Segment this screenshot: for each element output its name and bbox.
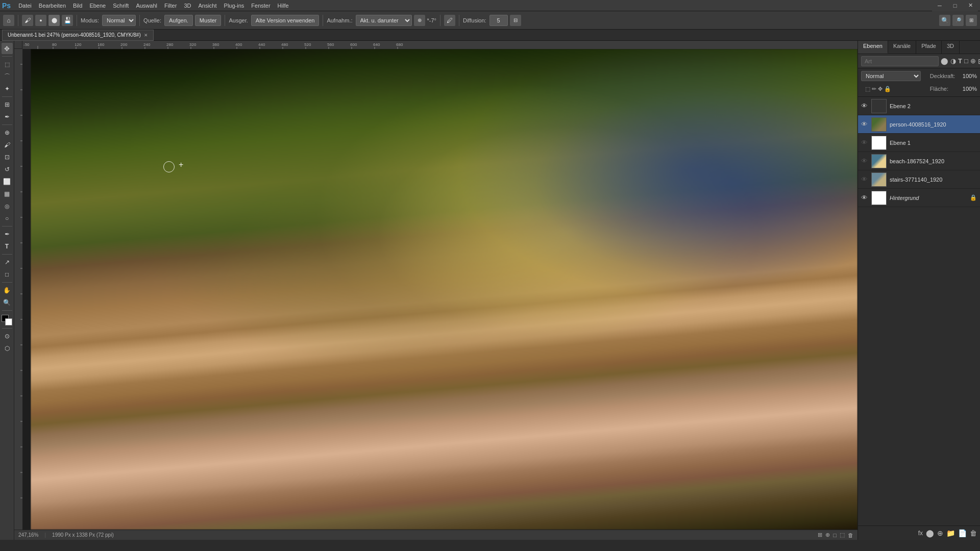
- layer-item[interactable]: 👁 stairs-3771140_1920: [858, 170, 980, 189]
- layer-lock-icon: 🔒: [970, 194, 977, 201]
- menu-auswahl[interactable]: Auswahl: [132, 2, 161, 10]
- blur-tool[interactable]: ◎: [2, 201, 13, 212]
- crop-tool[interactable]: ⊞: [2, 99, 13, 110]
- opacity-label: Deckkraft:: [930, 73, 961, 79]
- hand-tool[interactable]: ✋: [2, 285, 13, 296]
- tab-3d[interactable]: 3D: [942, 41, 960, 54]
- gradient-tool[interactable]: ▦: [2, 188, 13, 199]
- delete-layer-icon[interactable]: 🗑: [970, 529, 977, 537]
- zoom-icon[interactable]: 🔎: [952, 15, 964, 26]
- filter-shape-icon[interactable]: □: [964, 57, 968, 65]
- brush-tool[interactable]: 🖌: [2, 139, 13, 151]
- home-icon[interactable]: ⌂: [3, 15, 14, 26]
- color-boxes[interactable]: [2, 315, 13, 326]
- menu-fenster[interactable]: Fenster: [248, 2, 274, 10]
- layer-visibility-toggle[interactable]: 👁: [861, 157, 868, 165]
- layer-item[interactable]: 👁 Hintergrund 🔒: [858, 189, 980, 207]
- canvas-image[interactable]: +: [31, 49, 857, 530]
- menu-hilfe[interactable]: Hilfe: [274, 2, 292, 10]
- menu-datei[interactable]: Datei: [15, 2, 35, 10]
- menu-bearbeiten[interactable]: Bearbeiten: [35, 2, 69, 10]
- tab-pfade[interactable]: Pfade: [916, 41, 942, 54]
- menu-filter[interactable]: Filter: [161, 2, 180, 10]
- status-icon-2[interactable]: ⊕: [825, 532, 830, 538]
- maximize-button[interactable]: □: [947, 0, 963, 11]
- save-icon[interactable]: 💾: [62, 15, 73, 26]
- lock-all-icon[interactable]: 🔒: [884, 86, 891, 92]
- add-layer-style-icon[interactable]: fx: [918, 530, 923, 537]
- layer-visibility-toggle[interactable]: 👁: [861, 194, 868, 202]
- add-adjustment-icon[interactable]: ⊕: [937, 529, 943, 537]
- layer-search-input[interactable]: [861, 56, 939, 66]
- stamp-tool[interactable]: ⊡: [2, 152, 13, 163]
- menu-3d[interactable]: 3D: [180, 2, 194, 10]
- search-icon[interactable]: 🔍: [939, 15, 950, 26]
- sample-icon[interactable]: ⊕: [414, 15, 425, 26]
- spot-heal-tool[interactable]: ⊕: [2, 127, 13, 138]
- eyedropper-tool[interactable]: ✒: [2, 111, 13, 122]
- status-icon-5[interactable]: 🗑: [848, 532, 853, 538]
- status-icon-4[interactable]: ⬚: [840, 532, 845, 538]
- paint-icon[interactable]: 🖊: [444, 15, 455, 26]
- close-button[interactable]: ✕: [963, 0, 978, 11]
- zoom-tool[interactable]: 🔍: [2, 297, 13, 308]
- aufnahme-dropdown[interactable]: Akt. u. darunter: [356, 15, 412, 26]
- move-tool[interactable]: ✥: [2, 43, 13, 54]
- filter-smart-icon[interactable]: ⊕: [970, 57, 976, 65]
- history-brush-tool[interactable]: ↺: [2, 164, 13, 175]
- select-lasso-tool[interactable]: ⌒: [2, 71, 13, 82]
- menu-bild[interactable]: Bild: [69, 2, 86, 10]
- shape-tool[interactable]: □: [2, 269, 13, 280]
- status-icon-3[interactable]: □: [833, 532, 837, 538]
- diffusion-extra-icon[interactable]: ⊟: [510, 15, 521, 26]
- dodge-tool[interactable]: ○: [2, 213, 13, 224]
- select-rect-tool[interactable]: ⬚: [2, 59, 13, 70]
- filter-adjust-icon[interactable]: ◑: [950, 57, 956, 65]
- brush-preset-icon[interactable]: ●: [35, 15, 46, 26]
- quick-mask-tool[interactable]: ⊙: [2, 331, 13, 342]
- add-layer-icon[interactable]: 📄: [958, 529, 967, 537]
- diffusion-input[interactable]: [489, 15, 508, 26]
- alte-version-button[interactable]: Alte Version verwenden: [251, 15, 320, 26]
- modus-dropdown[interactable]: Normal: [102, 15, 136, 26]
- blend-mode-dropdown[interactable]: Normal: [861, 71, 921, 81]
- arrange-icon[interactable]: ⊞: [966, 15, 977, 26]
- lock-transparent-icon[interactable]: ⬚: [865, 86, 870, 92]
- add-group-icon[interactable]: 📁: [946, 529, 955, 537]
- tab-ebenen[interactable]: Ebenen: [858, 41, 888, 54]
- filter-text-icon[interactable]: T: [958, 57, 962, 65]
- menu-ebene[interactable]: Ebene: [86, 2, 109, 10]
- eraser-tool[interactable]: ⬜: [2, 176, 13, 187]
- lock-brush-icon[interactable]: ✏: [872, 86, 876, 92]
- document-tab[interactable]: Unbenannt-1 bei 247% (person-4008516_192…: [2, 30, 154, 41]
- layer-item[interactable]: 👁 Ebene 2: [858, 97, 980, 115]
- brush-tool-icon[interactable]: 🖌: [22, 15, 33, 26]
- magic-wand-tool[interactable]: ✦: [2, 83, 13, 94]
- tab-close-button[interactable]: ✕: [144, 33, 148, 38]
- layer-visibility-toggle[interactable]: 👁: [861, 176, 868, 183]
- minimize-button[interactable]: ─: [932, 0, 947, 11]
- menu-schrift[interactable]: Schrift: [109, 2, 132, 10]
- muster-button[interactable]: Muster: [195, 15, 222, 26]
- add-mask-icon[interactable]: ⬤: [926, 529, 934, 537]
- layer-visibility-toggle[interactable]: 👁: [861, 120, 868, 128]
- pen-tool[interactable]: ✒: [2, 229, 13, 240]
- brush-size-icon[interactable]: ⬤: [48, 15, 60, 26]
- filter-pixel-icon[interactable]: ⬤: [941, 57, 948, 65]
- text-tool[interactable]: T: [2, 241, 13, 252]
- screen-mode-tool[interactable]: ⬡: [2, 343, 13, 354]
- tab-kanaele[interactable]: Kanäle: [888, 41, 916, 54]
- layer-item[interactable]: 👁 Ebene 1: [858, 134, 980, 152]
- path-select-tool[interactable]: ↗: [2, 257, 13, 268]
- filter-toggle-icon[interactable]: ⊟: [978, 57, 980, 65]
- menu-ansicht[interactable]: Ansicht: [194, 2, 220, 10]
- lock-position-icon[interactable]: ✥: [878, 86, 883, 92]
- menu-plugins[interactable]: Plug-ins: [220, 2, 248, 10]
- status-icon-1[interactable]: ⊞: [818, 532, 822, 538]
- aufgen-button[interactable]: Aufgen.: [164, 15, 193, 26]
- layer-item[interactable]: 👁 beach-1867524_1920: [858, 152, 980, 170]
- layer-item[interactable]: 👁 person-4008516_1920: [858, 115, 980, 134]
- layer-visibility-toggle[interactable]: 👁: [861, 102, 868, 110]
- layer-visibility-toggle[interactable]: 👁: [861, 139, 868, 146]
- svg-text:320: 320: [189, 42, 197, 47]
